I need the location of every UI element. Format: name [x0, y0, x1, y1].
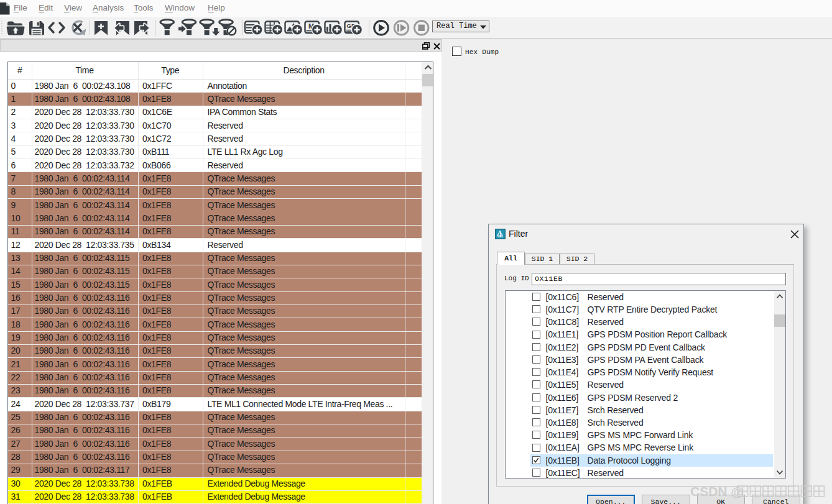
svg-text:CSDN @: CSDN @ [690, 484, 744, 498]
